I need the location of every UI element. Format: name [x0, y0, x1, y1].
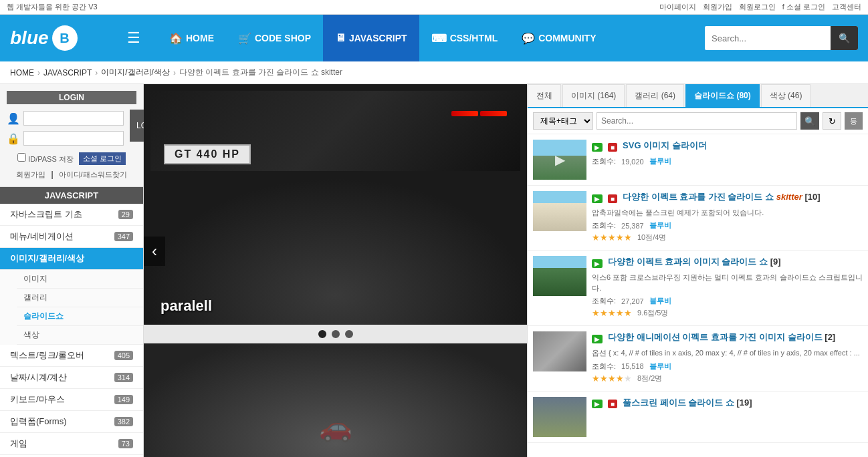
- play-icon-1: ▶: [555, 152, 565, 168]
- sidebar-sub-slideshow[interactable]: 슬라이드쇼: [17, 307, 143, 326]
- sidebar-sub-gallery[interactable]: 갤러리: [17, 289, 143, 307]
- id-pw-find-link[interactable]: 아이디/패스워드찾기: [59, 170, 127, 180]
- nav-javascript[interactable]: 🖥 JAVASCRIPT: [323, 15, 419, 61]
- user-icon: 👤: [7, 112, 20, 125]
- nav-home[interactable]: 🏠 HOME: [157, 15, 226, 61]
- badge-green-5: ▶: [592, 400, 603, 408]
- filter-search-button[interactable]: 🔍: [800, 112, 819, 130]
- list-title-3[interactable]: 다양한 이펙트 효과의 이미지 슬라이드 쇼 [9]: [608, 256, 781, 268]
- register-link[interactable]: 회원가입: [16, 170, 45, 180]
- tab-gallery[interactable]: 갤러리 (64): [626, 84, 684, 107]
- search-button[interactable]: 🔍: [831, 26, 858, 50]
- filter-refresh-button[interactable]: ↻: [823, 112, 841, 130]
- bluevi-3: 블루비: [649, 296, 671, 306]
- badge-green-4: ▶: [592, 335, 603, 343]
- list-title-4[interactable]: 다양한 애니메이션 이펙트 효과를 가진 이미지 슬라이드 [2]: [608, 331, 835, 343]
- sidebar-item-game[interactable]: 게임 73: [0, 433, 143, 455]
- sidebar-sub-menu: 이미지 갤러리 슬라이드쇼 색상: [0, 270, 143, 345]
- sidebar-item-menu[interactable]: 메뉴/네비게이션 347: [0, 226, 143, 248]
- badge-keyboard: 149: [114, 395, 133, 404]
- logo-icon: B: [52, 25, 78, 51]
- badge-menu: 347: [114, 232, 133, 241]
- breadcrumb-category[interactable]: 이미지/갤러리/색상: [101, 67, 170, 78]
- list-item: ▶ 다양한 애니메이션 이펙트 효과를 가진 이미지 슬라이드 [2] 옵션 {…: [528, 326, 868, 391]
- topbar-register[interactable]: 회원가입: [703, 2, 732, 12]
- list-content-2: ▶ ■ 다양한 이펙트 효과를 가진 슬라이드 쇼 skitter [10] 압…: [592, 191, 863, 245]
- social-login-button[interactable]: 소셜 로그인: [79, 152, 126, 165]
- center-slider: GT 440 HP paralell ‹ 🚗: [144, 84, 527, 457]
- nav-community[interactable]: 💬 COMMUNITY: [510, 15, 608, 61]
- id-save-checkbox[interactable]: [17, 153, 26, 162]
- slider-dot-1[interactable]: [318, 330, 326, 338]
- nav-csshtml[interactable]: ⌨ CSS/HTML: [419, 15, 510, 61]
- tab-color[interactable]: 색상 (46): [761, 84, 811, 107]
- sidebar-item-keyboard[interactable]: 키보드/마우스 149: [0, 389, 143, 411]
- list-item: ▶ ▶ ■ SVG 이미지 슬라이더 조회수: 19,020 블루비: [528, 134, 868, 186]
- list-title-1[interactable]: SVG 이미지 슬라이더: [623, 140, 707, 152]
- slider-dot-3[interactable]: [345, 330, 353, 338]
- bluevi-4: 블루비: [649, 361, 671, 371]
- sidebar-item-date[interactable]: 날짜/시계/계산 314: [0, 367, 143, 389]
- rating-text-4: 8점/2명: [637, 373, 662, 384]
- list-content-3: ▶ 다양한 이펙트 효과의 이미지 슬라이드 쇼 [9] 익스6 포함 크로스브…: [592, 256, 863, 320]
- breadcrumb-javascript[interactable]: JAVASCRIPT: [43, 68, 92, 78]
- slider-prev-button[interactable]: ‹: [144, 237, 165, 266]
- rating-text-3: 9.6점/5명: [637, 308, 668, 318]
- slider-lower-image: 🚗 NISSAN: [144, 343, 527, 457]
- slider-dot-2[interactable]: [332, 330, 340, 338]
- filter-row: 제목+태그 🔍 ↻ 등: [528, 108, 868, 134]
- list-views-3: 조회수: 27,207 블루비: [592, 296, 863, 306]
- cart-icon: 🛒: [238, 32, 251, 45]
- code-icon: ⌨: [431, 32, 447, 45]
- topbar-login[interactable]: 회원로그인: [739, 2, 776, 12]
- slider-car-bg: paralell: [144, 178, 527, 325]
- topbar-links: 마이페이지 회원가입 회원로그인 f 소셜 로그인 고객센터: [659, 2, 861, 12]
- list-content-1: ▶ ■ SVG 이미지 슬라이더 조회수: 19,020 블루비: [592, 140, 863, 168]
- tab-image[interactable]: 이미지 (164): [562, 84, 625, 107]
- breadcrumb-home[interactable]: HOME: [10, 68, 34, 78]
- sidebar-section-title: JAVASCRIPT: [0, 187, 143, 204]
- topbar-support[interactable]: 고객센터: [832, 2, 861, 12]
- badge-basics: 29: [118, 210, 133, 219]
- list-title-2[interactable]: 다양한 이펙트 효과를 가진 슬라이드 쇼 skitter [10]: [623, 191, 820, 203]
- search-input[interactable]: [705, 26, 831, 50]
- badge-green-2: ▶: [592, 194, 603, 203]
- username-input[interactable]: [23, 111, 124, 126]
- list-views-2: 조회수: 25,387 블루비: [592, 220, 863, 231]
- header-search[interactable]: 🔍: [705, 26, 858, 50]
- thumb-forest-3: [533, 256, 586, 296]
- hamburger-menu[interactable]: ☰: [124, 26, 144, 50]
- filter-right-button[interactable]: 등: [845, 112, 863, 130]
- sidebar-item-basics[interactable]: 자바스크립트 기초 29: [0, 204, 143, 226]
- logo[interactable]: blue B: [10, 25, 110, 51]
- stars-2: ★★★★★: [592, 233, 632, 243]
- filter-select[interactable]: 제목+태그: [533, 112, 593, 130]
- password-input[interactable]: [23, 131, 124, 146]
- tab-slideshow[interactable]: 슬라이드쇼 (80): [685, 84, 760, 107]
- header: blue B ☰ 🏠 HOME 🛒 CODE SHOP 🖥 JAVASCRIPT…: [0, 15, 868, 61]
- tab-all[interactable]: 전체: [528, 84, 561, 107]
- sidebar-item-forms[interactable]: 입력폼(Forms) 382: [0, 411, 143, 433]
- password-row: 🔒: [7, 130, 124, 147]
- filter-search-input[interactable]: [596, 112, 797, 130]
- login-form: 👤 🔒 LOGIN ID/PASS 저장: [7, 110, 136, 180]
- sidebar-sub-color[interactable]: 색상: [17, 326, 143, 345]
- topbar-mypage[interactable]: 마이페이지: [659, 2, 696, 12]
- list-thumbnail-3: [533, 256, 586, 296]
- topbar-social[interactable]: f 소셜 로그인: [782, 2, 825, 12]
- list-rating-3: ★★★★★ 9.6점/5명: [592, 308, 863, 318]
- car-plate-top: GT 440 HP: [164, 144, 251, 164]
- list-meta-2: ▶ ■ 다양한 이펙트 효과를 가진 슬라이드 쇼 skitter [10]: [592, 191, 863, 206]
- list-title-5[interactable]: 풀스크린 페이드 슬라이드 쇼 [19]: [623, 397, 752, 409]
- sidebar-item-text[interactable]: 텍스트/링크/롤오버 405: [0, 345, 143, 367]
- badge-red-5: ■: [608, 400, 617, 408]
- sidebar-sub-image[interactable]: 이미지: [17, 270, 143, 289]
- badge-green-1: ▶: [592, 143, 603, 152]
- views-count-3: 27,207: [621, 297, 644, 305]
- badge-text: 405: [114, 351, 133, 360]
- sidebar-item-image[interactable]: 이미지/갤러리/색상: [0, 248, 143, 270]
- stars-4: ★★★★★: [592, 373, 632, 384]
- sidebar: LOGIN 👤 🔒 LOGIN: [0, 84, 144, 457]
- login-title: LOGIN: [7, 91, 136, 104]
- nav-codeshop[interactable]: 🛒 CODE SHOP: [226, 15, 323, 61]
